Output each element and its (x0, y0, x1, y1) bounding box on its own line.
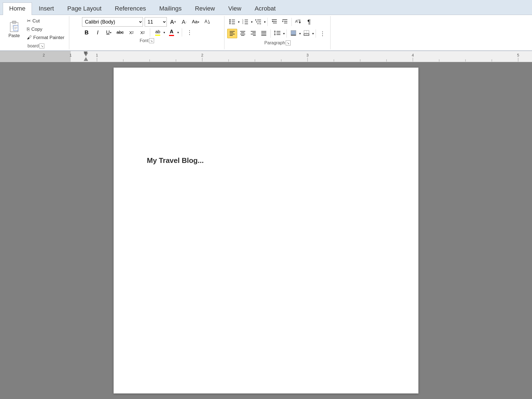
tab-view[interactable]: View (222, 2, 248, 15)
decrease-indent-icon (271, 19, 277, 25)
align-center-button[interactable] (238, 29, 248, 38)
styles-group (331, 16, 532, 49)
clipboard-group-label: board (27, 42, 39, 48)
svg-text:4: 4 (412, 53, 414, 57)
svg-marker-63 (274, 34, 276, 35)
show-marks-button[interactable]: ¶ (304, 17, 314, 27)
font-shrink-button[interactable]: A- (180, 17, 189, 27)
document-content[interactable]: My Travel Blog... (147, 156, 385, 165)
document-page[interactable]: My Travel Blog... (114, 68, 418, 393)
superscript-button[interactable]: X2 (138, 28, 147, 37)
font-controls: Calibri (Body) 11 891011 12141618 202428… (82, 17, 212, 37)
font-name-select[interactable]: Calibri (Body) (82, 17, 143, 27)
font-grow-button[interactable]: A+ (168, 17, 178, 27)
numbering-arrow[interactable]: ▾ (251, 20, 253, 24)
para-row1: ▾ 1. 2. 3. (227, 17, 328, 27)
multilevel-button[interactable] (253, 17, 263, 27)
app-window: Home Insert Page Layout References Maili… (0, 0, 532, 399)
decrease-indent-button[interactable] (269, 17, 279, 27)
font-bottom: Font ↘ (140, 37, 154, 44)
document-area[interactable]: My Travel Blog... (0, 62, 532, 399)
shading-button[interactable] (288, 29, 298, 38)
font-size-select[interactable]: 11 891011 12141618 20242836 4872 (145, 17, 167, 27)
borders-button[interactable] (301, 29, 311, 38)
text-highlight-button[interactable]: ab (153, 28, 162, 37)
svg-text:5: 5 (517, 53, 519, 57)
tab-insert[interactable]: Insert (32, 2, 60, 15)
paste-button[interactable]: Paste (6, 19, 23, 40)
bullets-button[interactable] (227, 17, 237, 27)
font-color-bar (169, 35, 174, 36)
more-font-button[interactable]: ⋮ (185, 28, 194, 37)
tab-references[interactable]: References (108, 2, 152, 15)
tab-mailings[interactable]: Mailings (153, 2, 188, 15)
underline-button[interactable]: U ▾ (104, 28, 114, 37)
format-painter-button[interactable]: 🖌 Format Painter (25, 34, 66, 41)
tab-page-layout[interactable]: Page Layout (61, 2, 108, 15)
clear-formatting-button[interactable]: A (202, 17, 212, 27)
justify-button[interactable] (259, 29, 269, 38)
tab-review[interactable]: Review (188, 2, 221, 15)
font-color-arrow[interactable]: ▾ (177, 31, 179, 34)
svg-rect-8 (14, 29, 16, 29)
sort-button[interactable]: A Z (293, 17, 303, 27)
highlight-arrow[interactable]: ▾ (163, 31, 165, 34)
highlight-icon: ab (155, 29, 160, 34)
increase-indent-icon (282, 19, 288, 25)
copy-button[interactable]: ⎘ Copy (25, 26, 66, 33)
clipboard-dialog-launcher[interactable]: ↘ (39, 44, 44, 48)
underline-icon: U ▾ (106, 30, 111, 35)
align-left-icon (229, 30, 235, 37)
clipboard-bottom: board ↘ (27, 42, 44, 49)
para-dialog-launcher[interactable]: ↘ (286, 40, 291, 45)
shading-arrow[interactable]: ▾ (299, 32, 301, 35)
borders-arrow[interactable]: ▾ (312, 32, 314, 35)
align-center-icon (240, 30, 246, 37)
line-spacing-button[interactable] (272, 29, 282, 38)
font-color-button[interactable]: A (167, 28, 176, 37)
numbering-button[interactable]: 1. 2. 3. (240, 17, 250, 27)
bullets-icon (229, 19, 236, 25)
clear-formatting-icon: A (204, 18, 210, 26)
line-spacing-arrow[interactable]: ▾ (283, 32, 285, 35)
bold-button[interactable]: B (82, 28, 91, 37)
para-controls: ▾ 1. 2. 3. (227, 17, 328, 39)
svg-text:1: 1 (96, 53, 98, 57)
bullets-arrow[interactable]: ▾ (238, 20, 240, 24)
para-group-label: Paragraph (264, 39, 285, 45)
justify-icon (261, 30, 267, 37)
multilevel-arrow[interactable]: ▾ (264, 20, 266, 24)
italic-button[interactable]: I (93, 28, 103, 37)
svg-rect-69 (304, 34, 309, 35)
cut-button[interactable]: ✂ Cut (25, 17, 66, 25)
change-case-button[interactable]: Aa▾ (191, 17, 201, 27)
ruler: 2 1 1 2 3 4 5 (0, 51, 532, 62)
tab-acrobat[interactable]: Acrobat (248, 2, 282, 15)
svg-marker-41 (299, 22, 301, 24)
align-right-button[interactable] (248, 29, 258, 38)
copy-icon: ⎘ (27, 27, 30, 32)
svg-text:Z: Z (297, 19, 299, 22)
svg-rect-6 (14, 27, 17, 27)
tab-home[interactable]: Home (3, 2, 32, 15)
format-painter-icon: 🖌 (27, 35, 32, 40)
font-row1: Calibri (Body) 11 891011 12141618 202428… (82, 17, 212, 27)
svg-rect-71 (0, 51, 71, 62)
clipboard-right: ✂ Cut ⎘ Copy 🖌 Format Painter (25, 17, 66, 41)
shading-icon (290, 30, 296, 37)
increase-indent-button[interactable] (280, 17, 290, 27)
more-para-button[interactable]: ⋮ (318, 29, 328, 38)
font-row2: B I U ▾ abc X2 X2 ab (82, 28, 212, 37)
svg-text:3.: 3. (242, 23, 244, 24)
strikethrough-button[interactable]: abc (115, 28, 125, 37)
svg-text:2: 2 (43, 53, 45, 57)
svg-text:2.: 2. (242, 21, 244, 23)
svg-marker-37 (282, 21, 283, 22)
svg-point-28 (257, 23, 259, 24)
align-left-button[interactable] (227, 29, 237, 38)
svg-text:1.: 1. (242, 19, 244, 21)
svg-point-12 (229, 19, 231, 21)
font-dialog-launcher[interactable]: ↘ (149, 38, 154, 43)
cut-label: Cut (32, 18, 40, 24)
subscript-button[interactable]: X2 (127, 28, 136, 37)
